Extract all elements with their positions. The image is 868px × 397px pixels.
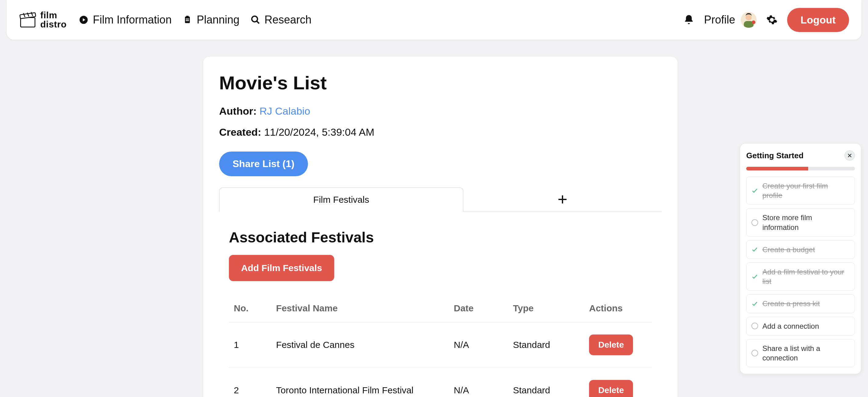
cell-date: N/A bbox=[449, 368, 508, 397]
getting-started-item-label: Share a list with a connection bbox=[763, 344, 850, 363]
associated-festivals-title: Associated Festivals bbox=[229, 229, 662, 246]
getting-started-item[interactable]: Create a budget bbox=[746, 240, 855, 259]
getting-started-item-label: Add a film festival to your list bbox=[763, 267, 850, 286]
svg-point-11 bbox=[252, 16, 257, 22]
check-icon bbox=[751, 246, 758, 253]
svg-rect-0 bbox=[21, 18, 35, 27]
getting-started-item-label: Store more film information bbox=[763, 213, 850, 232]
table-row: 1Festival de CannesN/AStandardDelete bbox=[229, 322, 652, 368]
check-icon bbox=[751, 273, 758, 280]
cell-actions: Delete bbox=[584, 368, 652, 397]
check-icon bbox=[751, 187, 758, 194]
cell-actions: Delete bbox=[584, 322, 652, 368]
cell-date: N/A bbox=[449, 322, 508, 368]
brand-line2: distro bbox=[40, 20, 66, 29]
clipboard-icon bbox=[183, 15, 192, 25]
play-circle-icon bbox=[79, 15, 89, 25]
getting-started-progress-fill bbox=[746, 167, 808, 170]
col-no: No. bbox=[229, 295, 271, 322]
table-header-row: No. Festival Name Date Type Actions bbox=[229, 295, 652, 322]
circle-icon bbox=[751, 323, 758, 329]
cell-festival-name: Festival de Cannes bbox=[271, 322, 449, 368]
logout-button[interactable]: Logout bbox=[787, 8, 849, 32]
check-icon bbox=[751, 300, 758, 307]
close-icon bbox=[847, 153, 852, 158]
svg-rect-8 bbox=[186, 16, 189, 18]
author-line: Author: RJ Calabio bbox=[219, 105, 662, 117]
created-value: 11/20/2024, 5:39:04 AM bbox=[264, 126, 374, 138]
brand-line1: film bbox=[40, 11, 66, 20]
main-card: Movie's List Author: RJ Calabio Created:… bbox=[203, 57, 678, 397]
tab-label: Film Festivals bbox=[313, 195, 369, 205]
col-actions: Actions bbox=[584, 295, 652, 322]
circle-icon bbox=[751, 350, 758, 357]
avatar bbox=[741, 12, 756, 28]
getting-started-panel: Getting Started Create your first film p… bbox=[740, 143, 861, 374]
author-label: Author: bbox=[219, 105, 257, 117]
svg-rect-7 bbox=[185, 16, 190, 23]
nav-research[interactable]: Research bbox=[251, 13, 312, 26]
gear-icon bbox=[766, 14, 778, 26]
delete-button[interactable]: Delete bbox=[589, 334, 633, 355]
getting-started-item[interactable]: Share a list with a connection bbox=[746, 339, 855, 367]
cell-type: Standard bbox=[508, 368, 584, 397]
topbar-right: Profile Logout bbox=[682, 8, 849, 32]
cell-no: 2 bbox=[229, 368, 271, 397]
add-film-festivals-button[interactable]: Add Film Festivals bbox=[229, 255, 334, 281]
settings-button[interactable] bbox=[765, 13, 779, 27]
nav-planning[interactable]: Planning bbox=[183, 13, 239, 26]
bell-icon bbox=[683, 14, 695, 26]
search-icon bbox=[251, 15, 260, 25]
festivals-table: No. Festival Name Date Type Actions 1Fes… bbox=[229, 295, 652, 397]
col-festival-name: Festival Name bbox=[271, 295, 449, 322]
col-type: Type bbox=[508, 295, 584, 322]
notifications-button[interactable] bbox=[682, 13, 695, 27]
svg-line-12 bbox=[257, 21, 259, 24]
getting-started-item-label: Create a press kit bbox=[763, 299, 820, 308]
getting-started-title: Getting Started bbox=[746, 151, 804, 160]
nav-research-label: Research bbox=[265, 13, 312, 26]
getting-started-item[interactable]: Add a connection bbox=[746, 317, 855, 335]
created-label: Created: bbox=[219, 126, 261, 138]
tab-add-button[interactable] bbox=[463, 187, 662, 211]
page-title: Movie's List bbox=[219, 72, 662, 94]
cell-festival-name: Toronto International Film Festival bbox=[271, 368, 449, 397]
circle-icon bbox=[751, 219, 758, 226]
created-line: Created: 11/20/2024, 5:39:04 AM bbox=[219, 126, 662, 138]
brand-logo[interactable]: film distro bbox=[19, 11, 66, 29]
table-row: 2Toronto International Film FestivalN/AS… bbox=[229, 368, 652, 397]
profile-link[interactable]: Profile bbox=[704, 12, 756, 28]
tab-film-festivals[interactable]: Film Festivals bbox=[219, 188, 463, 212]
getting-started-item[interactable]: Create your first film profile bbox=[746, 176, 855, 205]
profile-label: Profile bbox=[704, 13, 735, 26]
getting-started-item[interactable]: Create a press kit bbox=[746, 294, 855, 313]
getting-started-item-label: Add a connection bbox=[763, 321, 819, 331]
topbar: film distro Film Information Planning Re… bbox=[7, 0, 861, 40]
brand-text: film distro bbox=[40, 11, 66, 29]
cell-no: 1 bbox=[229, 322, 271, 368]
getting-started-item-label: Create a budget bbox=[763, 245, 815, 254]
nav-film-information[interactable]: Film Information bbox=[79, 13, 172, 26]
svg-rect-10 bbox=[186, 20, 189, 21]
author-link[interactable]: RJ Calabio bbox=[259, 105, 310, 117]
getting-started-close-button[interactable] bbox=[844, 150, 855, 161]
getting-started-header: Getting Started bbox=[746, 150, 855, 161]
cell-type: Standard bbox=[508, 322, 584, 368]
svg-point-16 bbox=[752, 21, 755, 24]
getting-started-item[interactable]: Add a film festival to your list bbox=[746, 263, 855, 291]
getting-started-progress bbox=[746, 167, 855, 170]
nav-film-info-label: Film Information bbox=[93, 13, 172, 26]
svg-point-14 bbox=[746, 14, 752, 21]
delete-button[interactable]: Delete bbox=[589, 380, 633, 397]
tabs-row: Film Festivals bbox=[219, 187, 662, 212]
share-list-button[interactable]: Share List (1) bbox=[219, 152, 308, 176]
col-date: Date bbox=[449, 295, 508, 322]
clapperboard-icon bbox=[19, 11, 37, 29]
svg-rect-9 bbox=[186, 19, 189, 20]
avatar-icon bbox=[741, 12, 756, 28]
getting-started-item[interactable]: Store more film information bbox=[746, 208, 855, 236]
nav-planning-label: Planning bbox=[196, 13, 239, 26]
nav-links: Film Information Planning Research bbox=[79, 13, 311, 26]
plus-icon bbox=[556, 193, 568, 205]
getting-started-item-label: Create your first film profile bbox=[763, 181, 850, 200]
